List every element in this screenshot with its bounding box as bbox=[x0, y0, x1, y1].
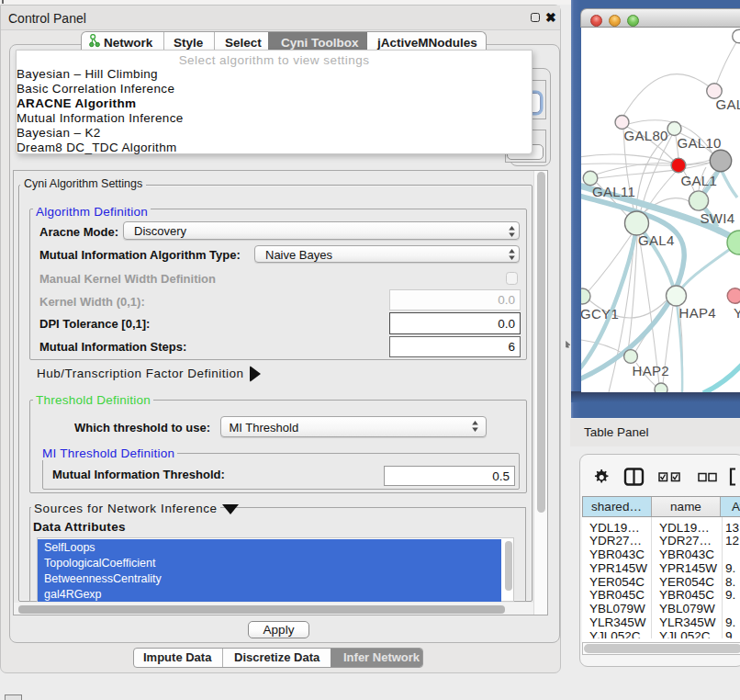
svg-text:GAL10: GAL10 bbox=[677, 135, 721, 151]
svg-text:GAL80: GAL80 bbox=[623, 128, 667, 143]
svg-text:GAL7: GAL7 bbox=[715, 96, 740, 112]
svg-text:HAP4: HAP4 bbox=[678, 305, 715, 321]
svg-text:Y: Y bbox=[734, 305, 740, 321]
svg-text:GCY1: GCY1 bbox=[581, 306, 619, 322]
svg-text:HAP2: HAP2 bbox=[632, 363, 668, 378]
svg-text:GAL1: GAL1 bbox=[680, 173, 717, 188]
svg-text:GAL11: GAL11 bbox=[592, 184, 635, 199]
svg-text:GAL4: GAL4 bbox=[638, 232, 675, 248]
svg-text:SWI4: SWI4 bbox=[700, 210, 734, 226]
